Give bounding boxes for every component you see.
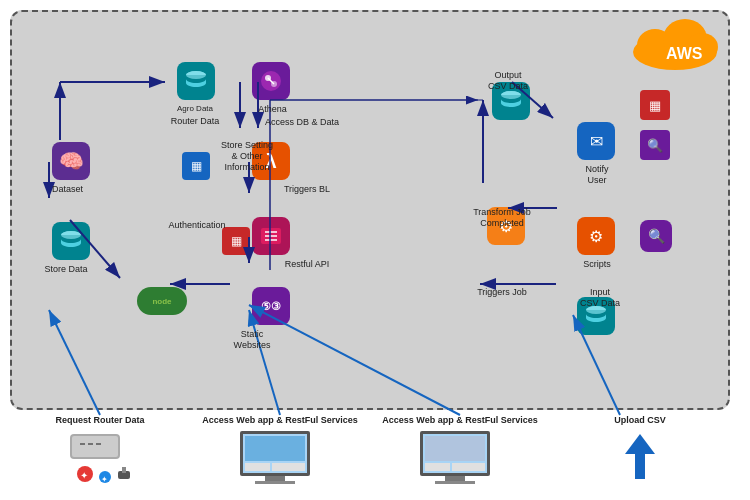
router-data-name: Router Data [165, 116, 225, 127]
svg-text:✦: ✦ [101, 475, 108, 484]
scripts-search-icon: 🔍 [640, 220, 672, 252]
router-data-label: Agro Data [165, 104, 225, 114]
svg-point-18 [501, 91, 521, 99]
bottom-section: Request Router Data ✦ ✦ Access Web app &… [10, 415, 730, 500]
diagram-area: 🧠 Dataset Store Data Agro Data Router Da… [22, 22, 718, 398]
router-device-item: Request Router Data ✦ ✦ [20, 415, 180, 489]
svg-text:✦: ✦ [80, 470, 88, 481]
notify-icon: ✉ [577, 122, 615, 160]
aws-cloud: AWS [630, 7, 720, 74]
upload-csv-svg [610, 429, 670, 489]
access-db-label: Access DB & Data [262, 117, 342, 128]
access-web2-label: Access Web app & RestFul Services [382, 415, 537, 425]
athena-icon [252, 62, 290, 100]
top-right-icon1: ▦ [640, 90, 670, 120]
transform-job-label: Transform JobCompleted [462, 207, 542, 229]
access-web1-label: Access Web app & RestFul Services [202, 415, 357, 425]
route53-icon: ⑤③ [252, 287, 290, 325]
store-setting-label: Store Setting& OtherInformation [207, 140, 287, 172]
scripts-icon: ⚙ [577, 217, 615, 255]
svg-rect-61 [255, 481, 295, 484]
router-device-svg: ✦ ✦ [60, 429, 140, 489]
request-router-label: Request Router Data [55, 415, 144, 425]
static-websites-label: StaticWebsites [212, 329, 292, 351]
top-right-icon2: 🔍 [640, 130, 670, 160]
athena-label: Athena [250, 104, 295, 115]
pc1-item: Access Web app & RestFul Services [200, 415, 360, 489]
store-data-icon [52, 222, 90, 260]
aws-container: AWS 🧠 Dataset Store Data Agro Data Route… [10, 10, 730, 410]
svg-rect-66 [452, 463, 485, 471]
dataset-icon: 🧠 [52, 142, 90, 180]
triggers-job-label: Triggers Job [462, 287, 542, 298]
svg-point-6 [61, 231, 81, 239]
svg-rect-64 [425, 436, 485, 461]
svg-rect-67 [445, 476, 465, 481]
pc1-svg [235, 429, 325, 489]
pc2-item: Access Web app & RestFul Services [380, 415, 540, 489]
svg-rect-60 [265, 476, 285, 481]
svg-point-8 [186, 71, 206, 79]
node-icon: node [137, 287, 187, 315]
upload-csv-item: Upload CSV [560, 415, 720, 489]
svg-rect-58 [245, 463, 270, 471]
api-gateway-icon [252, 217, 290, 255]
input-csv-label: InputCSV Data [570, 287, 630, 309]
svg-text:AWS: AWS [666, 45, 703, 62]
svg-rect-57 [245, 436, 305, 461]
dataset-label: Dataset [40, 184, 95, 195]
pc2-svg [415, 429, 505, 489]
scripts-label: Scripts [573, 259, 621, 270]
store-data-label: Store Data [36, 264, 96, 275]
svg-rect-68 [435, 481, 475, 484]
triggers-bl-label: Triggers BL [277, 184, 337, 195]
svg-rect-54 [122, 467, 126, 473]
router-data-icon [177, 62, 215, 100]
svg-rect-65 [425, 463, 450, 471]
notify-label: NotifyUser [573, 164, 621, 186]
svg-marker-69 [625, 434, 655, 479]
s3-small-icon: ▦ [182, 152, 210, 180]
svg-rect-45 [72, 436, 118, 457]
upload-csv-label: Upload CSV [614, 415, 666, 425]
svg-rect-59 [272, 463, 305, 471]
output-csv-label: OutputCSV Data [478, 70, 538, 92]
auth-icon: ▦ [222, 227, 250, 255]
authentication-label: Authentication [152, 220, 242, 231]
restful-api-label: Restful API [277, 259, 337, 270]
